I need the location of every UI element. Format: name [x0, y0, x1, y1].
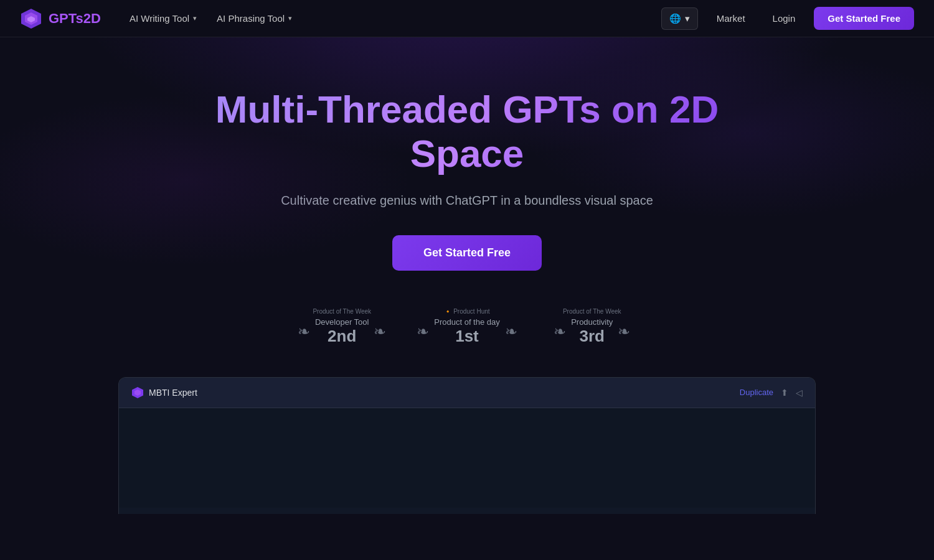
market-button[interactable]: Market [708, 8, 754, 29]
login-button[interactable]: Login [764, 8, 804, 29]
badge-developer-tool: Product of The Week ❧ Developer Tool 2nd… [292, 308, 392, 346]
logo-icon [20, 7, 42, 30]
nav-right: 🌐 ▾ Market Login Get Started Free [661, 7, 914, 30]
laurel-left-icon: ❧ [298, 324, 310, 339]
globe-icon: 🌐 [669, 13, 681, 24]
laurel-right-icon: ❧ [374, 324, 386, 339]
get-started-hero-button[interactable]: Get Started Free [392, 235, 542, 271]
hero-subtitle: Cultivate creative genius with ChatGPT i… [281, 194, 653, 208]
badge-product-day: 🔸 Product Hunt ❧ Product of the day 1st … [417, 308, 517, 346]
badge-rank: 1st [455, 327, 479, 346]
preview-actions: Duplicate ⬆ ◁ [740, 388, 803, 398]
badges-section: Product of The Week ❧ Developer Tool 2nd… [292, 308, 642, 346]
badge-product-hunt-label: 🔸 Product Hunt [444, 308, 489, 315]
main-content: Multi-Threaded GPTs on 2D Space Cultivat… [0, 37, 934, 514]
chevron-down-icon: ▾ [685, 13, 690, 24]
badge-week-label: Product of The Week [313, 308, 371, 315]
navbar: GPTs2D AI Writing Tool ▾ AI Phrasing Too… [0, 0, 934, 37]
nav-item-ai-writing[interactable]: AI Writing Tool ▾ [121, 8, 205, 29]
nav-left: GPTs2D AI Writing Tool ▾ AI Phrasing Too… [20, 7, 301, 30]
share-icon[interactable]: ◁ [796, 388, 803, 398]
nav-menu: AI Writing Tool ▾ AI Phrasing Tool ▾ [121, 8, 301, 29]
duplicate-button[interactable]: Duplicate [740, 388, 773, 397]
laurel-right-icon: ❧ [505, 324, 517, 339]
badge-inner: ❧ Product of the day 1st ❧ [417, 317, 517, 346]
preview-title: MBTI Expert [131, 386, 197, 399]
badge-category-label: Developer Tool [315, 317, 369, 327]
badge-week-label: Product of The Week [563, 308, 621, 315]
preview-header: MBTI Expert Duplicate ⬆ ◁ [119, 378, 815, 408]
laurel-left-icon: ❧ [417, 324, 429, 339]
language-selector[interactable]: 🌐 ▾ [661, 7, 698, 30]
badge-rank: 2nd [328, 327, 356, 346]
preview-window: MBTI Expert Duplicate ⬆ ◁ [118, 377, 816, 514]
preview-body [119, 408, 815, 508]
logo[interactable]: GPTs2D [20, 7, 101, 30]
badge-content: Developer Tool 2nd [315, 317, 369, 346]
badge-category-label: Product of the day [434, 317, 500, 327]
chevron-down-icon: ▾ [288, 14, 292, 22]
hero-section: Multi-Threaded GPTs on 2D Space Cultivat… [0, 37, 934, 514]
laurel-left-icon: ❧ [554, 324, 566, 339]
preview-logo-icon [131, 386, 144, 399]
badge-content: Productivity 3rd [571, 317, 613, 346]
logo-text: GPTs2D [49, 11, 101, 27]
badge-productivity: Product of The Week ❧ Productivity 3rd ❧ [542, 308, 642, 346]
get-started-nav-button[interactable]: Get Started Free [814, 7, 914, 30]
badge-content: Product of the day 1st [434, 317, 500, 346]
chevron-down-icon: ▾ [193, 14, 197, 22]
badge-inner: ❧ Productivity 3rd ❧ [554, 317, 630, 346]
hero-title: Multi-Threaded GPTs on 2D Space [187, 87, 747, 176]
badge-inner: ❧ Developer Tool 2nd ❧ [298, 317, 386, 346]
laurel-right-icon: ❧ [618, 324, 630, 339]
badge-category-label: Productivity [571, 317, 613, 327]
upload-icon[interactable]: ⬆ [781, 388, 788, 398]
badge-rank: 3rd [580, 327, 605, 346]
nav-item-ai-phrasing[interactable]: AI Phrasing Tool ▾ [208, 8, 301, 29]
